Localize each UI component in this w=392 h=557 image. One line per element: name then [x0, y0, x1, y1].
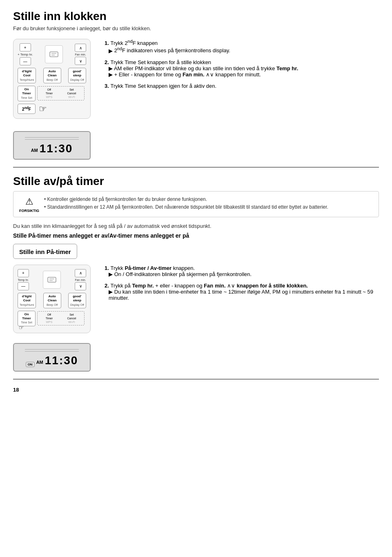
r2-d-light-cool-btn[interactable]: d'light Cool Temp/Humi — [18, 293, 36, 308]
r2-fan-min-up-btn[interactable]: ∧ — [75, 269, 86, 277]
temp-hr-plus-btn[interactable]: + — [20, 43, 31, 51]
display1-am: AM — [31, 148, 38, 153]
remote1-row3: On Timer Time Set Off Timer WPS Set Canc… — [18, 86, 86, 101]
section1-title: Stille inn klokken — [13, 10, 379, 23]
fan-min-col: ∧ Fan min. ∨ — [75, 44, 86, 65]
step3: 3. Trykk Time Set knappen igjen for å ak… — [105, 82, 379, 89]
stille-inn-box: Stille inn På-timer — [13, 244, 77, 259]
s2-step2: 2. Trykk på Temp hr. + eller - knappen o… — [105, 282, 379, 301]
section2-steps: 1. Trykk På-timer / Av-timer knappen. On… — [105, 265, 379, 306]
fan-min-up-btn[interactable]: ∧ — [75, 44, 86, 52]
mode-icon — [45, 45, 63, 63]
display1: AM 11:30 — [13, 131, 91, 160]
r2-dashed-row: Off Timer WPS Set Cancel Wi-Fi — [37, 311, 85, 325]
svg-rect-3 — [48, 277, 56, 282]
good-sleep-btn[interactable]: good' sleep Display Off — [68, 68, 86, 83]
step1-arrow: 2ndF indikatoren vises på fjernkontrolle… — [109, 46, 379, 53]
r2-set-cancel-item: Set Cancel Wi-Fi — [67, 313, 76, 324]
display2-time: 11:30 — [45, 354, 78, 367]
set-cancel-item: Set Cancel Wi-Fi — [67, 88, 76, 99]
r2-temp-hr-col: + Temp hr. — — [18, 269, 29, 290]
display2-on: ON — [26, 362, 35, 367]
remote2-row1: + Temp hr. — ∧ Fan min. ∨ — [18, 269, 86, 290]
r2-hand-icon: ☞ — [19, 324, 24, 331]
bottom-divider — [13, 379, 379, 379]
r2-good-sleep-btn[interactable]: good' sleep Display Off — [68, 293, 86, 308]
section-divider — [13, 167, 379, 167]
section2-title: Stille av/på timer — [13, 175, 379, 188]
r2-mode-svg — [46, 274, 58, 285]
remote2-row3: On Timer Time Set ☞ Off Timer WPS — [18, 311, 86, 326]
remote1-row2: d'light Cool Temp/Humi Auto Clean Beep O… — [18, 68, 86, 83]
stille-inn-label: Stille inn På-timer — [19, 248, 71, 255]
remote2: + Temp hr. — ∧ Fan min. ∨ — [13, 265, 91, 333]
warning-left: ⚠ FORSIKTIG — [19, 196, 39, 213]
2ndf-row: 2ndF ☞ — [18, 104, 86, 114]
step2-arrow2: + Eller - knappen for time og Fan min. ∧… — [109, 71, 379, 78]
section1-subtitle: Før du bruker funksjonene i anlegget, bø… — [13, 25, 379, 31]
display2-lines — [22, 348, 82, 354]
display2-am: AM — [36, 360, 43, 365]
r2-mode-icon — [43, 271, 61, 289]
remote2-container: + Temp hr. — ∧ Fan min. ∨ — [13, 265, 95, 372]
remote1: + + Temp hr. — ∧ Fan min. — [13, 39, 91, 119]
remote1-row1: + + Temp hr. — ∧ Fan min. — [18, 43, 86, 65]
r2-auto-clean-btn[interactable]: Auto Clean Beep Off — [43, 293, 61, 308]
step2: 2. Trykk Time Set knappen for å stille k… — [105, 59, 379, 78]
display1-container: AM 11:30 — [13, 127, 379, 160]
s2-step2-arrow: Du kan stille inn tiden i time-enheter f… — [109, 289, 379, 301]
r2-fan-min-down-btn[interactable]: ∨ — [75, 282, 86, 290]
mode-svg — [48, 49, 60, 60]
page-number: 18 — [13, 387, 379, 393]
step1: 1. Trykk 2ndF knappen 2ndF indikatoren v… — [105, 39, 379, 54]
warning-label: FORSIKTIG — [19, 209, 39, 213]
section2: Stille av/på timer ⚠ FORSIKTIG • Kontrol… — [13, 175, 379, 372]
display2-time-row: ON AM 11:30 — [26, 354, 78, 367]
bold-title: Stille På-timer mens anlegget er av/Av-t… — [13, 232, 379, 239]
display1-time-row: AM 11:30 — [31, 142, 73, 155]
warning-bullet2: • Standardinnstillingen er 12 AM på fjer… — [44, 203, 328, 211]
dashed-row: Off Timer WPS Set Cancel Wi-Fi — [37, 86, 85, 100]
2ndf-btn[interactable]: 2ndF — [18, 104, 36, 114]
d-light-cool-btn[interactable]: d'light Cool Temp/Humi — [18, 68, 36, 83]
s2-step1: 1. Trykk På-timer / Av-timer knappen. On… — [105, 265, 379, 277]
r2-on-timer-btn[interactable]: On Timer Time Set ☞ — [18, 311, 36, 326]
r2-temp-hr-plus-btn[interactable]: + — [18, 269, 29, 277]
warning-text: • Kontroller gjeldende tid på fjernkontr… — [44, 196, 328, 213]
section2-main: + Temp hr. — ∧ Fan min. ∨ — [13, 265, 379, 372]
temp-hr-label: + Temp hr. — [18, 53, 33, 56]
r2-off-timer-item: Off Timer WPS — [46, 313, 53, 324]
temp-hr-col: + + Temp hr. — — [18, 43, 33, 65]
fan-min-down-btn[interactable]: ∨ — [75, 57, 86, 65]
warning-bullet1: • Kontroller gjeldende tid på fjernkontr… — [44, 196, 328, 203]
display1-lines — [22, 136, 82, 142]
svg-rect-0 — [50, 52, 58, 57]
r2-temp-hr-minus-btn[interactable]: — — [18, 282, 29, 290]
section2-info: Du kan stille inn klimaanlegget for å se… — [13, 223, 379, 229]
s2-step1-arrow: On / Off-indikatoren blinker på skjermen… — [109, 271, 379, 277]
warning-icon: ⚠ — [25, 196, 33, 207]
hand-icon: ☞ — [39, 104, 47, 114]
fan-min-label: Fan min. — [75, 53, 86, 56]
step2-arrow1: AM eller PM-indikator vil blinke og du k… — [109, 65, 379, 71]
auto-clean-btn[interactable]: Auto Clean Beep Off — [43, 68, 61, 83]
warning-box: ⚠ FORSIKTIG • Kontroller gjeldende tid p… — [13, 191, 379, 217]
section1: Stille inn klokken Før du bruker funksjo… — [13, 10, 379, 160]
remote2-row2: d'light Cool Temp/Humi Auto Clean Beep O… — [18, 293, 86, 308]
temp-hr-minus-btn[interactable]: — — [20, 57, 31, 65]
display2: ON AM 11:30 — [13, 343, 91, 372]
display1-time: 11:30 — [40, 142, 73, 155]
r2-fan-min-col: ∧ Fan min. ∨ — [75, 269, 86, 290]
section1-steps: 1. Trykk 2ndF knappen 2ndF indikatoren v… — [105, 39, 379, 94]
off-timer-item: Off Timer WPS — [46, 88, 53, 99]
r2-fan-min-label: Fan min. — [75, 278, 86, 281]
on-timer-btn[interactable]: On Timer Time Set — [18, 86, 36, 101]
remote1-container: + + Temp hr. — ∧ Fan min. — [13, 39, 95, 119]
r2-temp-hr-label: Temp hr. — [18, 278, 29, 281]
